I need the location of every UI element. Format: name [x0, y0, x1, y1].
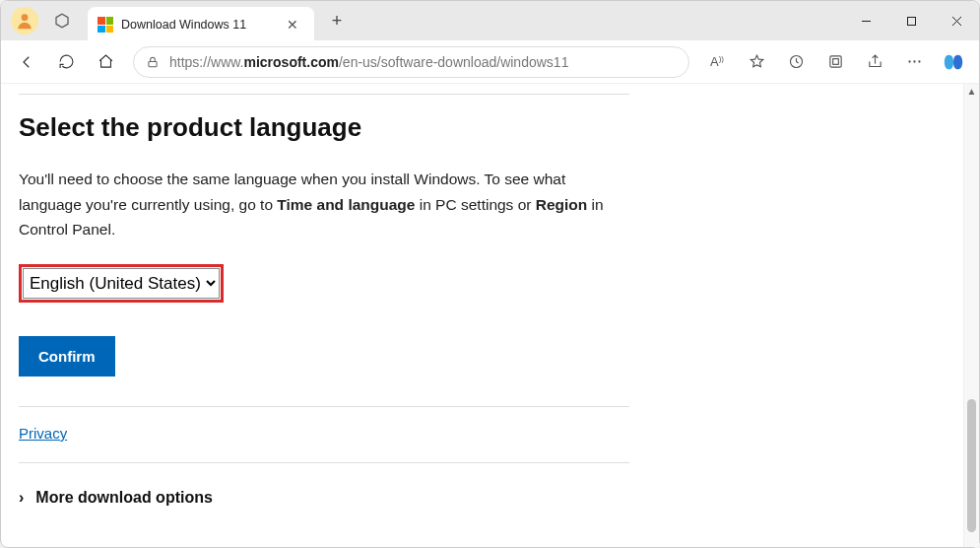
url-text: https://www.microsoft.com/en-us/software…: [169, 54, 568, 70]
close-window-button[interactable]: [934, 1, 979, 40]
home-button[interactable]: [88, 44, 123, 80]
close-tab-button[interactable]: ✕: [281, 13, 304, 36]
title-bar: Download Windows 11 ✕ +: [1, 1, 979, 40]
new-tab-button[interactable]: +: [320, 4, 354, 37]
svg-rect-8: [832, 59, 838, 65]
instruction-text: You'll need to choose the same language …: [19, 167, 629, 242]
minimize-button[interactable]: [843, 1, 888, 40]
share-button[interactable]: [857, 44, 892, 80]
history-button[interactable]: [778, 44, 814, 80]
svg-rect-2: [907, 17, 915, 25]
address-bar[interactable]: https://www.microsoft.com/en-us/software…: [133, 46, 689, 78]
page-content: Select the product language You'll need …: [1, 84, 963, 547]
browser-toolbar: https://www.microsoft.com/en-us/software…: [1, 40, 979, 84]
scroll-thumb[interactable]: [967, 399, 976, 532]
confirm-button[interactable]: Confirm: [19, 336, 115, 377]
window-controls: [843, 1, 979, 40]
lock-icon: [146, 55, 160, 69]
copilot-button[interactable]: [936, 44, 971, 80]
extensions-button[interactable]: [817, 44, 853, 80]
favorite-button[interactable]: [739, 44, 774, 80]
more-options-label: More download options: [35, 489, 213, 507]
svg-point-10: [913, 60, 915, 62]
divider: [19, 462, 629, 463]
svg-point-11: [918, 60, 920, 62]
svg-point-0: [22, 14, 29, 21]
svg-rect-5: [149, 61, 157, 66]
divider: [19, 94, 629, 95]
tab-title: Download Windows 11: [121, 18, 281, 32]
chevron-right-icon: ›: [19, 489, 24, 507]
browser-tab[interactable]: Download Windows 11 ✕: [88, 7, 314, 42]
highlight-annotation: English (United States): [19, 264, 224, 303]
read-aloud-button[interactable]: A)): [699, 44, 735, 80]
more-download-options[interactable]: › More download options: [19, 481, 629, 514]
svg-rect-7: [829, 56, 840, 67]
browser-window: Download Windows 11 ✕ + https://www.micr…: [0, 0, 980, 548]
workspaces-icon[interactable]: [48, 7, 76, 34]
vertical-scrollbar[interactable]: ▲: [963, 84, 979, 547]
maximize-button[interactable]: [888, 1, 934, 40]
refresh-button[interactable]: [48, 44, 84, 80]
scroll-up-arrow[interactable]: ▲: [964, 86, 979, 97]
page-heading: Select the product language: [19, 112, 963, 143]
privacy-link[interactable]: Privacy: [19, 425, 67, 442]
language-select[interactable]: English (United States): [23, 268, 220, 299]
more-menu-button[interactable]: [896, 44, 932, 80]
svg-point-9: [908, 60, 910, 62]
profile-avatar[interactable]: [11, 7, 38, 34]
back-button[interactable]: [9, 44, 44, 80]
microsoft-favicon: [98, 17, 113, 33]
divider: [19, 406, 629, 407]
